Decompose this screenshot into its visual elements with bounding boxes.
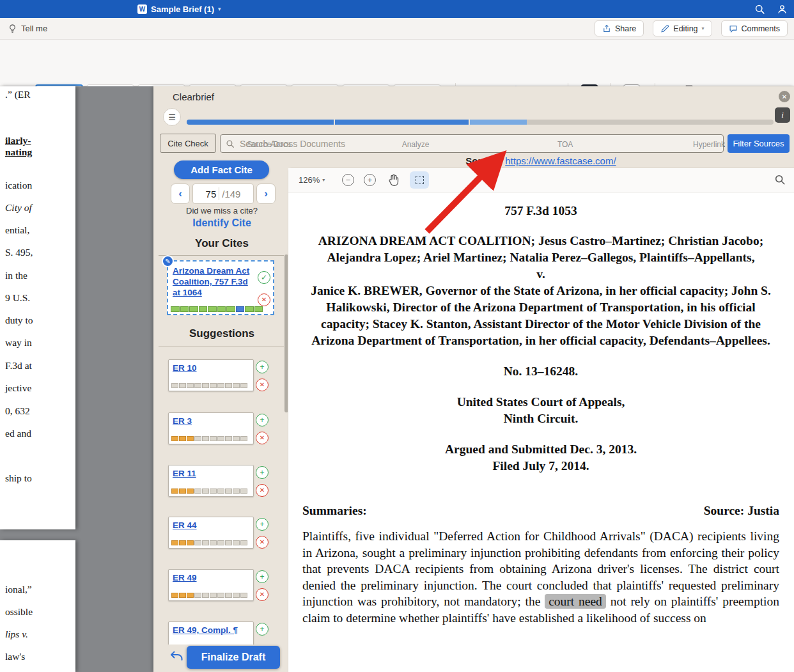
tellme-bar: Tell me Share Editing ▾ Comments	[0, 18, 794, 40]
viewer-toolbar: 126% ▾ − +	[288, 168, 794, 192]
reject-cite-button[interactable]: ✕	[258, 293, 270, 306]
document-title-group[interactable]: W Sample Brief (1) ▾	[137, 4, 221, 14]
case-document[interactable]: 757 F.3d 1053 ARIZONA DREAM ACT COALITIO…	[288, 192, 794, 672]
quick-actions: Share Editing ▾ Comments	[595, 20, 788, 36]
suggestion-card[interactable]: ER 49, Compl. ¶	[168, 621, 254, 645]
plus-icon: +	[260, 520, 264, 528]
zoom-out-button[interactable]: −	[342, 174, 354, 186]
doc-text-fragment: ential,	[5, 224, 29, 236]
workflow-progress-bar[interactable]: Source Docs Analyze TOA Hyperlink	[187, 120, 774, 125]
titlebar-actions	[754, 4, 788, 15]
next-cite-button[interactable]: ›	[256, 184, 276, 204]
accept-suggestion-button[interactable]: +	[256, 623, 269, 636]
suggestion-card[interactable]: ER 44	[168, 517, 254, 549]
cite-check-button[interactable]: Cite Check	[160, 134, 216, 153]
cite-pager[interactable]: 75 /149	[192, 184, 254, 204]
add-fact-cite-button[interactable]: Add Fact Cite	[174, 160, 269, 179]
document-page-1[interactable]: .” (ER ilarly- nating ication City of en…	[0, 86, 75, 529]
comments-button[interactable]: Comments	[721, 20, 788, 36]
dismiss-suggestion-button[interactable]: ✕	[256, 432, 269, 444]
source-url-link[interactable]: https://www.fastcase.com/	[505, 155, 616, 166]
doc-text-fragment: City of	[5, 202, 32, 214]
pager-total: /149	[222, 189, 240, 199]
suggestion-link[interactable]: ER 3	[173, 416, 192, 426]
finalize-draft-button[interactable]: Finalize Draft	[187, 646, 280, 669]
dismiss-suggestion-button[interactable]: ✕	[256, 588, 269, 601]
plus-icon: +	[260, 469, 264, 476]
check-icon: ✓	[261, 274, 267, 281]
suggestion-link[interactable]: ER 44	[173, 520, 197, 530]
chevron-left-icon: ‹	[178, 187, 182, 200]
accept-suggestion-button[interactable]: +	[256, 361, 269, 373]
editing-button[interactable]: Editing ▾	[653, 20, 712, 36]
doc-text-fragment: lips v.	[5, 629, 28, 640]
zoom-in-button[interactable]: +	[364, 174, 376, 186]
dismiss-suggestion-button[interactable]: ✕	[256, 536, 269, 549]
suggestion-card[interactable]: ER 11	[168, 465, 254, 497]
x-icon: ✕	[261, 297, 267, 303]
section-divider	[159, 255, 284, 256]
dismiss-suggestion-button[interactable]: ✕	[256, 379, 269, 391]
panel-menu-button[interactable]: ☰	[163, 108, 181, 126]
suggestion-link[interactable]: ER 11	[173, 469, 196, 478]
x-icon: ✕	[260, 539, 265, 545]
comments-label: Comments	[742, 24, 780, 33]
x-icon: ✕	[260, 591, 265, 598]
select-region-tool[interactable]	[410, 171, 429, 189]
suggestion-confidence-bar	[171, 593, 247, 598]
ribbon: AaBbCcDdEe Normal AaBbCcDdEe No Spacing …	[0, 40, 794, 86]
summary-highlighted-text: court need	[545, 594, 606, 609]
cite-link[interactable]: Arizona Dream Act Coalition, 757 F.3d at…	[173, 265, 251, 298]
approve-cite-button[interactable]: ✓	[258, 271, 270, 284]
accept-suggestion-button[interactable]: +	[256, 466, 269, 479]
pager-divider	[219, 187, 219, 200]
accept-suggestion-button[interactable]: +	[256, 414, 269, 426]
suggestion-card[interactable]: ER 3	[168, 412, 254, 444]
share-button[interactable]: Share	[595, 20, 644, 36]
clearbrief-panel: Clearbrief ✕ ☰ Source Docs Analyze TOA H…	[153, 86, 794, 672]
search-icon[interactable]	[754, 4, 765, 15]
zoom-control[interactable]: 126% ▾	[299, 175, 325, 185]
hamburger-icon: ☰	[168, 113, 176, 122]
case-dates: Argued and Submitted Dec. 3, 2013. Filed…	[302, 441, 779, 474]
dismiss-suggestion-button[interactable]: ✕	[256, 484, 269, 497]
tellme-label: Tell me	[21, 24, 47, 33]
doc-text-fragment: law's	[5, 651, 25, 662]
suggestion-card[interactable]: ER 10	[168, 359, 254, 391]
document-page-2[interactable]: ional,” ossible lips v. law's	[0, 540, 75, 672]
document-search[interactable]	[220, 134, 724, 153]
undo-icon[interactable]	[169, 649, 184, 664]
previous-cite-button[interactable]: ‹	[171, 184, 190, 204]
summaries-header: Summaries: Source: Justia	[302, 504, 779, 518]
filter-sources-button[interactable]: Filter Sources	[728, 134, 790, 153]
account-icon[interactable]	[777, 4, 788, 15]
suggestion-card[interactable]: ER 49	[168, 569, 254, 601]
pager-current[interactable]: 75	[206, 189, 217, 199]
progress-tick	[334, 120, 335, 125]
doc-text-fragment: way in	[5, 337, 32, 348]
suggestion-confidence-bar	[171, 488, 247, 494]
progress-fill-primary	[187, 120, 469, 125]
close-panel-button[interactable]: ✕	[779, 91, 790, 102]
suggestion-link[interactable]: ER 49, Compl. ¶	[173, 625, 238, 635]
case-versus: v.	[302, 266, 779, 283]
identify-cite-link[interactable]: Identify Cite	[161, 217, 283, 229]
suggestion-confidence-bar	[171, 540, 247, 545]
cite-card[interactable]: ✎ Arizona Dream Act Coalition, 757 F.3d …	[167, 260, 274, 315]
pencil-icon: ✎	[165, 258, 170, 265]
lightbulb-icon	[8, 24, 17, 33]
info-button[interactable]: i	[775, 107, 790, 123]
word-app-icon: W	[137, 4, 147, 14]
progress-tick	[469, 120, 470, 125]
search-input[interactable]	[238, 138, 718, 150]
doc-text-fragment: .” (ER	[5, 89, 31, 100]
accept-suggestion-button[interactable]: +	[256, 570, 269, 583]
source-row: Source: https://www.fastcase.com/	[288, 153, 794, 168]
word-window: W Sample Brief (1) ▾ Tell me Share Editi…	[0, 0, 794, 672]
accept-suggestion-button[interactable]: +	[256, 518, 269, 531]
suggestion-link[interactable]: ER 10	[173, 363, 197, 373]
tellme-control[interactable]: Tell me	[8, 24, 47, 33]
search-in-document-icon[interactable]	[774, 174, 786, 185]
hand-tool-icon[interactable]	[387, 173, 400, 187]
suggestion-link[interactable]: ER 49	[173, 573, 197, 582]
